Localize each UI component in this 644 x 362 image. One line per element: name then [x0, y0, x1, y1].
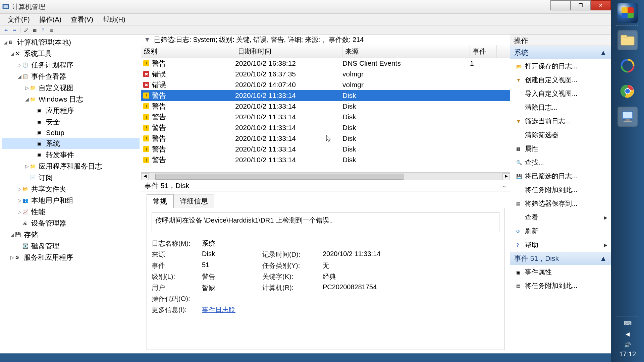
titlebar[interactable]: 计算机管理 — ❐ ✕	[0, 0, 611, 14]
event-row[interactable]: !警告2020/10/2 11:33:14Disk	[141, 122, 510, 133]
event-row[interactable]: !警告2020/10/2 16:38:12DNS Client Events1	[141, 58, 510, 69]
event-row[interactable]: ✖错误2020/10/2 16:37:35volmgr	[141, 69, 510, 79]
tree-custom-views[interactable]: ▷📁自定义视图	[2, 82, 140, 94]
event-row[interactable]: !警告2020/10/2 11:33:14Disk	[141, 155, 510, 165]
tool-help-icon[interactable]: ?	[39, 27, 47, 34]
tab-details[interactable]: 详细信息	[173, 194, 214, 208]
forward-button[interactable]: ➡	[11, 27, 18, 34]
maximize-button[interactable]: ❐	[571, 0, 591, 10]
action-save-filter[interactable]: ▤将筛选器保存到...	[510, 197, 611, 210]
tree-app-service-logs[interactable]: ▷📁应用程序和服务日志	[2, 161, 140, 172]
taskbar-compmgmt[interactable]	[618, 107, 638, 127]
action-import-custom-view[interactable]: 导入自定义视图...	[510, 87, 611, 101]
action-save-filtered-log[interactable]: 💾将已筛选的日志...	[510, 169, 611, 183]
tree-windows-logs[interactable]: ◢📁Windows 日志	[2, 94, 140, 105]
actions-section-event[interactable]: 事件 51，Disk ▲	[510, 252, 611, 265]
close-button[interactable]: ✕	[591, 0, 611, 10]
lbl-level: 级别(L):	[152, 272, 202, 281]
taskbar-explorer[interactable]	[618, 30, 638, 50]
tree-log-application[interactable]: ▣应用程序	[2, 105, 140, 116]
tree-services-apps[interactable]: ▷⚙服务和应用程序	[2, 252, 140, 263]
taskbar-browser-colorful[interactable]	[618, 56, 638, 76]
event-date: 2020/10/2 11:33:14	[235, 124, 342, 132]
tool-action-icon[interactable]: 🖊	[22, 27, 30, 34]
action-clear-log[interactable]: 清除日志...	[510, 101, 611, 114]
event-row[interactable]: !警告2020/10/2 11:33:14Disk	[141, 90, 510, 101]
error-icon: ✖	[143, 82, 149, 88]
task-icon: ▤	[516, 283, 525, 289]
action-attach-task[interactable]: 将任务附加到此...	[510, 183, 611, 197]
event-list[interactable]: 级别 日期和时间 来源 事件 !警告2020/10/2 16:38:12DNS …	[141, 45, 510, 173]
minimize-button[interactable]: —	[550, 0, 571, 10]
taskbar-chrome[interactable]	[618, 81, 638, 101]
navigation-tree[interactable]: ◢🖥计算机管理(本地) ◢🛠系统工具 ▷🕒任务计划程序 ◢📋事件查看器 ▷📁自定…	[0, 35, 141, 353]
action-view[interactable]: 查看▶	[510, 210, 611, 224]
collapse-icon[interactable]: ▲	[600, 254, 607, 262]
action-filter-current-log[interactable]: ▼筛选当前日志...	[510, 114, 611, 128]
taskbar[interactable]: ⌨ ◀ 🔊 17:12	[611, 0, 644, 362]
taskbar-clock[interactable]: 17:12	[619, 350, 636, 358]
actions-section-system[interactable]: 系统 ▲	[510, 46, 611, 59]
tree-log-security[interactable]: ▣安全	[2, 116, 140, 128]
tray-volume-icon[interactable]: 🔊	[624, 342, 632, 348]
event-row[interactable]: !警告2020/10/2 11:33:14Disk	[141, 133, 510, 144]
action-attach-task-event[interactable]: ▤将任务附加到此...	[510, 279, 611, 293]
action-refresh[interactable]: ⟳刷新	[510, 224, 611, 238]
scroll-thumb[interactable]	[155, 174, 404, 180]
action-event-properties[interactable]: ▣事件属性	[510, 265, 611, 279]
tree-system-tools[interactable]: ◢🛠系统工具	[2, 48, 140, 59]
event-list-hscroll[interactable]: ◀ ▶	[141, 173, 510, 180]
tab-general[interactable]: 常规	[147, 194, 173, 208]
tree-log-system[interactable]: ▣系统	[2, 138, 140, 149]
event-row[interactable]: !警告2020/10/2 11:33:14Disk	[141, 144, 510, 155]
action-create-custom-view[interactable]: ▼创建自定义视图...	[510, 73, 611, 87]
tree-device-manager[interactable]: 🖨设备管理器	[2, 218, 140, 229]
event-level: 警告	[152, 155, 166, 165]
collapse-icon[interactable]: ▲	[600, 49, 607, 57]
col-level[interactable]: 级别	[141, 45, 235, 58]
tree-log-setup[interactable]: ▣Setup	[2, 128, 140, 138]
tree-root[interactable]: ◢🖥计算机管理(本地)	[2, 37, 140, 48]
folder-icon: 📁	[30, 164, 37, 169]
event-level: 警告	[152, 102, 166, 111]
start-button[interactable]	[618, 3, 638, 23]
event-row[interactable]: !警告2020/10/2 11:33:14Disk	[141, 101, 510, 112]
menu-action[interactable]: 操作(A)	[35, 14, 66, 25]
tree-event-viewer[interactable]: ◢📋事件查看器	[2, 71, 140, 82]
action-find[interactable]: 🔍查找...	[510, 156, 611, 169]
action-clear-filter[interactable]: 清除筛选器	[510, 128, 611, 142]
tree-task-scheduler[interactable]: ▷🕒任务计划程序	[2, 59, 140, 71]
action-help[interactable]: ?帮助▶	[510, 238, 611, 252]
tray-up-arrow-icon[interactable]: ◀	[624, 331, 632, 338]
tool-properties-icon[interactable]: ▦	[31, 27, 38, 34]
lbl-computer: 计算机(R):	[262, 283, 323, 292]
tree-log-forwarded[interactable]: ▣转发事件	[2, 149, 140, 161]
collapse-icon[interactable]: ⌄	[502, 182, 506, 189]
tree-disk-management[interactable]: 💽磁盘管理	[2, 240, 140, 252]
event-row[interactable]: !警告2020/10/2 11:33:14Disk	[141, 112, 510, 122]
action-open-saved-log[interactable]: 📂打开保存的日志...	[510, 59, 611, 73]
col-source[interactable]: 来源	[342, 45, 470, 58]
tree-storage[interactable]: ◢💾存储	[2, 229, 140, 240]
event-log-online-link[interactable]: 事件日志联	[202, 306, 235, 313]
tray-keyboard-icon[interactable]: ⌨	[624, 320, 632, 327]
tree-performance[interactable]: ▷📈性能	[2, 206, 140, 218]
menubar: 文件(F) 操作(A) 查看(V) 帮助(H)	[0, 14, 611, 26]
action-properties[interactable]: ▦属性	[510, 142, 611, 156]
menu-help[interactable]: 帮助(H)	[98, 14, 130, 25]
event-row[interactable]: ✖错误2020/10/2 14:07:40volmgr	[141, 79, 510, 90]
col-date[interactable]: 日期和时间	[235, 45, 342, 58]
tree-local-users[interactable]: ▷👥本地用户和组	[2, 195, 140, 206]
menu-file[interactable]: 文件(F)	[3, 14, 35, 25]
tree-shared-folders[interactable]: ▷📂共享文件夹	[2, 183, 140, 195]
tool-extra-icon[interactable]: ▤	[48, 27, 55, 34]
scroll-track[interactable]	[149, 173, 502, 180]
col-event-id[interactable]: 事件	[470, 45, 497, 58]
menu-view[interactable]: 查看(V)	[66, 14, 98, 25]
tree-subscriptions[interactable]: 📄订阅	[2, 172, 140, 183]
event-source: Disk	[342, 102, 470, 110]
scroll-left-button[interactable]: ◀	[141, 173, 149, 180]
scroll-right-button[interactable]: ▶	[502, 173, 510, 180]
back-button[interactable]: ⬅	[2, 27, 10, 34]
detail-pane-header[interactable]: 事件 51，Disk ⌄	[141, 180, 510, 191]
